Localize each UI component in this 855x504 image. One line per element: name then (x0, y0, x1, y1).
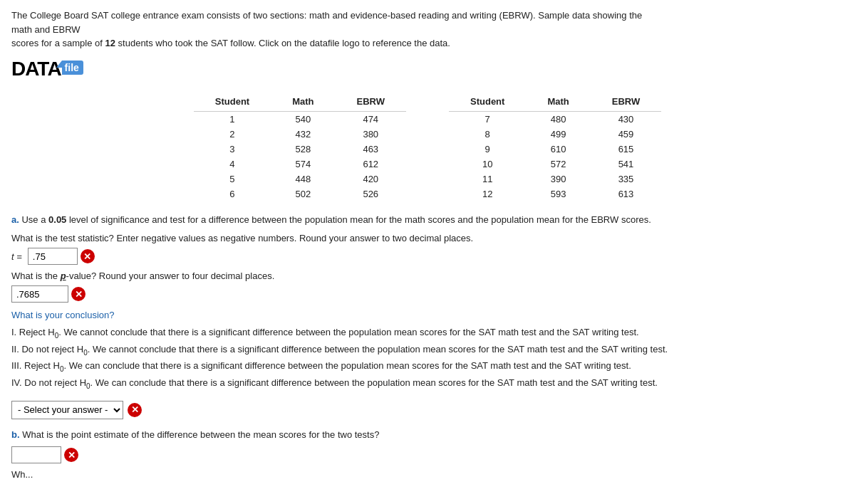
table-cell: 430 (591, 111, 661, 127)
answer-select[interactable]: - Select your answer -IIIIIIIV (11, 401, 123, 419)
part-a-section: a. Use a 0.05 level of significance and … (11, 213, 838, 228)
file-tab: file (62, 61, 83, 75)
col-header-ebrw2: EBRW (591, 93, 661, 112)
table-cell: 499 (526, 127, 590, 142)
table-cell: 540 (271, 111, 335, 127)
table-cell: 7 (449, 111, 526, 127)
table-cell: 448 (271, 172, 335, 187)
p-value-row: ✕ (11, 285, 844, 303)
table-cell: 474 (336, 111, 406, 127)
intro-text2: scores for a sample of (11, 38, 105, 48)
table-cell: 12 (449, 187, 526, 201)
table-row: 457461210572541 (194, 157, 661, 172)
part-b-error-icon[interactable]: ✕ (64, 448, 78, 462)
table-cell: 6 (194, 187, 271, 201)
table-cell: 9 (449, 142, 526, 157)
table-cell: 10 (449, 157, 526, 172)
table-cell: 572 (526, 157, 590, 172)
t-label: t = (11, 251, 22, 262)
q1-text: What is the test statistic? Enter negati… (11, 233, 473, 243)
table-row: 15404747480430 (194, 111, 661, 127)
table-cell: 528 (271, 142, 335, 157)
part-b-section: b. What is the point estimate of the dif… (11, 428, 838, 443)
table-cell: 3 (194, 142, 271, 157)
t-stat-error-icon[interactable]: ✕ (81, 249, 95, 263)
part-b-input-row: ✕ (11, 446, 844, 463)
table-cell: 593 (526, 187, 590, 201)
select-error-icon[interactable]: ✕ (128, 403, 142, 417)
col-header-student2: Student (449, 93, 526, 112)
table-row: 544842011390335 (194, 172, 661, 187)
table-cell: 615 (591, 142, 661, 157)
table-cell: 610 (526, 142, 590, 157)
datafile-logo[interactable]: DATA file (11, 58, 83, 80)
table-cell: 380 (336, 127, 406, 142)
table-cell: 463 (336, 142, 406, 157)
t-stat-row: t = ✕ (11, 248, 844, 265)
conclusion-option-3: III. Reject H0. We can conclude that the… (11, 358, 838, 375)
select-row: - Select your answer -IIIIIIIV ✕ (11, 401, 844, 419)
table-cell: 502 (271, 187, 335, 201)
table-cell: 612 (336, 157, 406, 172)
part-a-text2: level of significance and test for a dif… (66, 214, 651, 225)
table-header-row: Student Math EBRW Student Math EBRW (194, 93, 661, 112)
part-b-text: What is the point estimate of the differ… (22, 429, 379, 440)
q2-italic: p (61, 271, 66, 281)
part-b-label: b. (11, 429, 20, 440)
bottom-cutoff-text: Wh... (11, 469, 844, 480)
part-b-input[interactable] (11, 446, 61, 463)
col-header-student1: Student (194, 93, 271, 112)
col-header-math2: Math (526, 93, 590, 112)
sample-size: 12 (105, 38, 115, 48)
table-row: 35284639610615 (194, 142, 661, 157)
table-cell: 1 (194, 111, 271, 127)
conclusion-option-1: I. Reject H0. We cannot conclude that th… (11, 325, 838, 342)
q2-text2: -value? Round your answer to four decima… (66, 271, 275, 281)
col-header-ebrw1: EBRW (336, 93, 406, 112)
p-value-input[interactable] (11, 285, 68, 303)
intro-text1: The College Board SAT college entrance e… (11, 10, 642, 35)
q1-label: What is the test statistic? Enter negati… (11, 233, 844, 243)
table-cell: 574 (271, 157, 335, 172)
table-cell: 11 (449, 172, 526, 187)
table-cell: 335 (591, 172, 661, 187)
table-cell: 613 (591, 187, 661, 201)
q2-text1: What is the (11, 271, 61, 281)
table-cell: 4 (194, 157, 271, 172)
table-cell: 420 (336, 172, 406, 187)
table-cell: 5 (194, 172, 271, 187)
table-cell: 2 (194, 127, 271, 142)
t-stat-input[interactable] (28, 248, 78, 265)
intro-text3: students who took the SAT follow. Click … (115, 38, 450, 48)
table-cell: 480 (526, 111, 590, 127)
p-value-error-icon[interactable]: ✕ (71, 287, 86, 301)
conclusion-option-4: IV. Do not reject H0. We can conclude th… (11, 375, 838, 392)
q2-label: What is the p-value? Round your answer t… (11, 271, 844, 281)
table-cell: 541 (591, 157, 661, 172)
data-table-container: Student Math EBRW Student Math EBRW 1540… (11, 93, 844, 201)
conclusion-label: What is your conclusion? (11, 310, 844, 320)
conclusion-option-2: II. Do not reject H0. We cannot conclude… (11, 342, 838, 359)
table-row: 650252612593613 (194, 187, 661, 201)
data-table: Student Math EBRW Student Math EBRW 1540… (194, 93, 661, 201)
intro-paragraph: The College Board SAT college entrance e… (11, 9, 653, 51)
part-a-label: a. (11, 214, 19, 225)
table-cell: 432 (271, 127, 335, 142)
table-cell: 390 (526, 172, 590, 187)
data-text: DATA (11, 58, 61, 80)
table-cell: 8 (449, 127, 526, 142)
table-row: 24323808499459 (194, 127, 661, 142)
significance-level: 0.05 (48, 214, 66, 225)
table-cell: 459 (591, 127, 661, 142)
col-header-math1: Math (271, 93, 335, 112)
table-cell: 526 (336, 187, 406, 201)
conclusion-options: I. Reject H0. We cannot conclude that th… (11, 325, 838, 392)
part-a-text: Use a (21, 214, 48, 225)
